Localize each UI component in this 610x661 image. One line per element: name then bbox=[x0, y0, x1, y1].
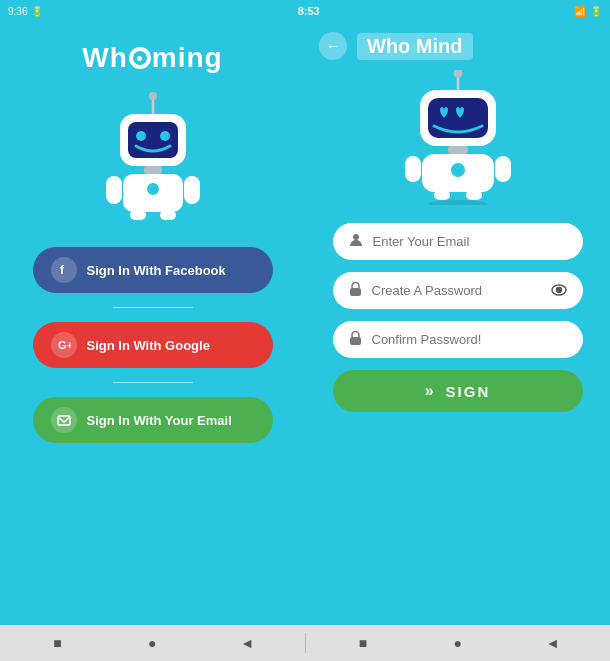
logo-o-dot bbox=[137, 56, 142, 61]
logo-prefix: Wh bbox=[82, 42, 128, 74]
back-icon: ← bbox=[326, 38, 340, 54]
right-header: ← Who Mind bbox=[305, 32, 610, 60]
email-label: Sign In With Your Email bbox=[87, 413, 232, 428]
status-left: 9:36 🔋 bbox=[8, 6, 43, 17]
svg-rect-26 bbox=[466, 190, 482, 200]
google-signin-button[interactable]: G+ Sign In With Google bbox=[33, 322, 273, 368]
email-input[interactable] bbox=[373, 234, 567, 249]
battery-icon: 🔋 bbox=[31, 6, 43, 17]
sign-label: SIGN bbox=[446, 383, 491, 400]
logo-o-inner bbox=[133, 51, 147, 65]
page-title: Who Mind bbox=[357, 33, 473, 60]
svg-rect-25 bbox=[434, 190, 450, 200]
facebook-label: Sign In With Facebook bbox=[87, 263, 226, 278]
facebook-signin-button[interactable]: f Sign In With Facebook bbox=[33, 247, 273, 293]
svg-rect-23 bbox=[405, 156, 421, 182]
password-field-wrapper bbox=[333, 272, 583, 309]
nav-square-left[interactable]: ■ bbox=[47, 633, 67, 653]
divider-top bbox=[113, 307, 193, 308]
lock-confirm-icon bbox=[349, 331, 362, 348]
svg-point-4 bbox=[136, 131, 146, 141]
sign-button[interactable]: » SIGN bbox=[333, 370, 583, 412]
svg-text:f: f bbox=[60, 263, 65, 277]
auth-buttons: f Sign In With Facebook G+ Sign In With … bbox=[33, 247, 273, 443]
svg-rect-12 bbox=[160, 210, 176, 220]
main-panels: Wh ming bbox=[0, 22, 610, 625]
svg-rect-24 bbox=[495, 156, 511, 182]
nav-circle-right[interactable]: ● bbox=[448, 633, 468, 653]
eye-icon[interactable] bbox=[551, 283, 567, 299]
svg-rect-11 bbox=[130, 210, 146, 220]
status-right: 📶 🔋 bbox=[574, 6, 602, 17]
confirm-password-input[interactable] bbox=[372, 332, 567, 347]
email-icon bbox=[51, 407, 77, 433]
email-signin-button[interactable]: Sign In With Your Email bbox=[33, 397, 273, 443]
svg-point-22 bbox=[451, 163, 465, 177]
svg-point-5 bbox=[160, 131, 170, 141]
nav-back-left[interactable]: ◄ bbox=[237, 633, 257, 653]
nav-right: ■ ● ◄ bbox=[306, 633, 611, 653]
nav-left: ■ ● ◄ bbox=[0, 633, 305, 653]
status-center: 8:53 bbox=[298, 5, 320, 17]
nav-back-right[interactable]: ◄ bbox=[543, 633, 563, 653]
logo-o-icon bbox=[129, 47, 151, 69]
nav-bar: ■ ● ◄ ■ ● ◄ bbox=[0, 625, 610, 661]
svg-rect-29 bbox=[350, 288, 361, 296]
password-input[interactable] bbox=[372, 283, 541, 298]
robot-left-svg bbox=[98, 92, 208, 222]
signup-form: » SIGN bbox=[333, 223, 583, 412]
svg-point-31 bbox=[556, 287, 561, 292]
svg-rect-15 bbox=[58, 416, 70, 425]
svg-point-8 bbox=[147, 183, 159, 195]
person-icon bbox=[349, 233, 363, 250]
robot-right-svg bbox=[398, 70, 518, 205]
wifi-icon: 📶 bbox=[574, 6, 586, 17]
nav-square-right[interactable]: ■ bbox=[353, 633, 373, 653]
nav-circle-left[interactable]: ● bbox=[142, 633, 162, 653]
svg-point-28 bbox=[353, 234, 359, 240]
facebook-icon: f bbox=[51, 257, 77, 283]
time-center: 8:53 bbox=[298, 5, 320, 17]
logo-suffix: ming bbox=[152, 42, 223, 74]
left-panel: Wh ming bbox=[0, 22, 305, 625]
email-field-wrapper bbox=[333, 223, 583, 260]
confirm-password-field-wrapper bbox=[333, 321, 583, 358]
robot-right bbox=[398, 70, 518, 205]
logo: Wh ming bbox=[82, 42, 222, 74]
robot-left bbox=[98, 92, 208, 222]
divider-bottom bbox=[113, 382, 193, 383]
right-panel: ← Who Mind bbox=[305, 22, 610, 625]
svg-rect-10 bbox=[184, 176, 200, 204]
svg-rect-6 bbox=[144, 166, 162, 174]
time-left: 9:36 bbox=[8, 6, 27, 17]
svg-point-17 bbox=[453, 70, 462, 78]
svg-rect-3 bbox=[128, 122, 178, 158]
back-button[interactable]: ← bbox=[319, 32, 347, 60]
svg-point-1 bbox=[149, 92, 157, 100]
svg-rect-20 bbox=[448, 146, 468, 154]
svg-text:G+: G+ bbox=[58, 339, 71, 351]
lock-icon bbox=[349, 282, 362, 299]
svg-rect-32 bbox=[350, 337, 361, 345]
svg-rect-9 bbox=[106, 176, 122, 204]
battery-right-icon: 🔋 bbox=[590, 6, 602, 17]
google-icon: G+ bbox=[51, 332, 77, 358]
status-bar: 9:36 🔋 8:53 📶 🔋 bbox=[0, 0, 610, 22]
chevrons-icon: » bbox=[425, 382, 436, 400]
google-label: Sign In With Google bbox=[87, 338, 210, 353]
svg-point-27 bbox=[428, 200, 488, 205]
